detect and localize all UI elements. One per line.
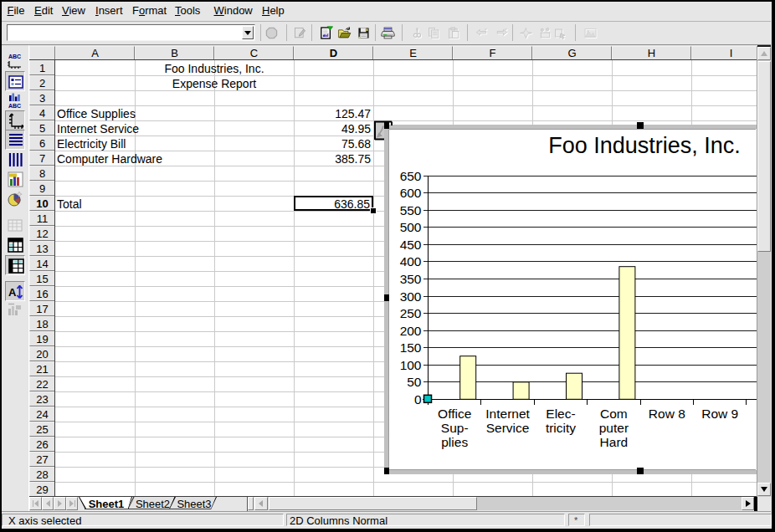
svg-text:Row 9: Row 9 — [701, 407, 738, 421]
svg-text:Sup-: Sup- — [441, 421, 469, 435]
svg-text:0: 0 — [414, 392, 422, 407]
svg-text:Elec-: Elec- — [546, 407, 575, 421]
svg-text:350: 350 — [400, 272, 422, 286]
svg-text:Hard: Hard — [600, 435, 629, 449]
svg-text:tricity: tricity — [546, 421, 576, 435]
svg-text:600: 600 — [400, 186, 422, 200]
svg-text:Internet: Internet — [485, 407, 530, 421]
svg-text:Foo Industries, Inc.: Foo Industries, Inc. — [548, 133, 741, 158]
svg-text:puter: puter — [599, 421, 629, 435]
svg-text:500: 500 — [400, 220, 422, 234]
svg-text:650: 650 — [400, 169, 422, 183]
svg-text:400: 400 — [400, 254, 422, 269]
svg-text:550: 550 — [400, 203, 422, 217]
svg-text:A: A — [8, 286, 17, 299]
svg-text:Office: Office — [438, 407, 471, 421]
svg-text:ABC: ABC — [8, 54, 21, 59]
svg-text:100: 100 — [400, 358, 422, 372]
svg-text:Service: Service — [486, 421, 530, 435]
svg-text:ABC: ABC — [8, 103, 21, 109]
svg-text:200: 200 — [400, 324, 422, 338]
svg-text:Com: Com — [600, 407, 628, 421]
svg-text:50: 50 — [407, 375, 422, 389]
svg-text:250: 250 — [400, 306, 422, 320]
svg-text:150: 150 — [400, 340, 422, 355]
svg-text:450: 450 — [400, 238, 422, 252]
svg-text:Row 8: Row 8 — [649, 407, 685, 421]
svg-text:plies: plies — [441, 435, 468, 449]
svg-text:300: 300 — [400, 289, 422, 304]
